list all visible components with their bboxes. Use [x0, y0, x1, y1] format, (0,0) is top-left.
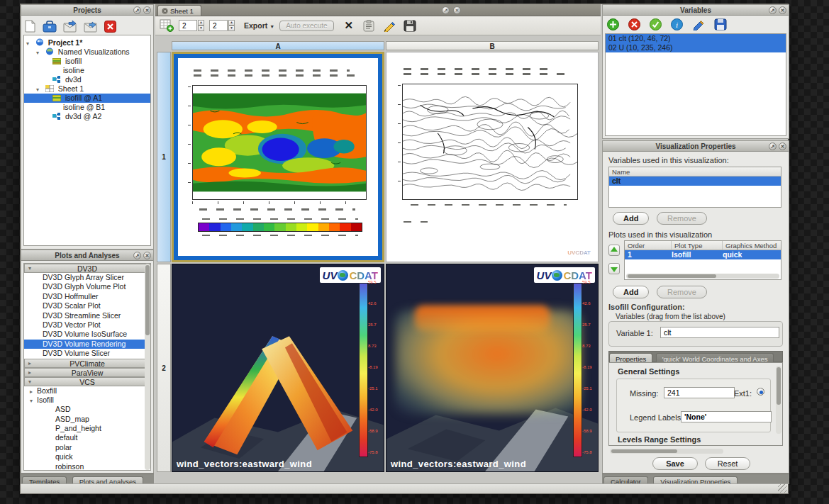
new-project-icon[interactable] — [24, 20, 36, 33]
graphics-method-item[interactable]: default — [24, 433, 150, 442]
legend-labels-input[interactable] — [681, 411, 772, 422]
graphics-method-item[interactable]: ASD — [24, 405, 150, 414]
visprops-float-button[interactable]: ↗ — [769, 142, 777, 150]
save-sheet-icon[interactable] — [404, 20, 416, 32]
plot-item-boxfill[interactable]: ▸Boxfill — [24, 386, 150, 396]
sheet-tab[interactable]: Sheet 1 — [157, 5, 201, 16]
plots-used-row[interactable]: 1 Isofill quick — [625, 250, 781, 259]
close-project-icon[interactable] — [104, 21, 116, 33]
plots-table-hscrollbar[interactable] — [626, 274, 779, 279]
cell-a2[interactable]: UV CDAT 59.5 42.6 25.7 8.73 -8.19 -25.1 … — [172, 264, 384, 472]
info-variable-icon[interactable]: i — [671, 18, 683, 30]
column-header-a[interactable]: A — [172, 41, 384, 50]
plots-list-scrollbar[interactable] — [145, 264, 150, 470]
save-button[interactable]: Save — [652, 457, 698, 470]
plot-item[interactable]: DV3D Glyph Array Slicer — [24, 273, 150, 282]
tree-item-isoline[interactable]: isoline — [24, 66, 150, 75]
plot-item[interactable]: DV3D Volume Slicer — [24, 349, 150, 358]
delete-variable-icon[interactable] — [628, 18, 640, 30]
cell-a1-selected[interactable] — [172, 52, 384, 262]
row-header-1[interactable]: 1 — [157, 52, 171, 262]
delete-cell-icon[interactable]: ✕ — [345, 19, 354, 32]
plot-item[interactable]: DV3D Volume IsoSurface — [24, 330, 150, 339]
variables-close-button[interactable]: ✕ — [779, 6, 786, 14]
plot-item-selected[interactable]: DV3D Volume Rendering — [24, 340, 150, 349]
graphics-method-item[interactable]: polar — [24, 443, 150, 452]
sheet-area-float-button[interactable]: ↗ — [442, 6, 450, 14]
move-plot-down-button[interactable] — [608, 263, 620, 274]
cols-spin-up[interactable]: ▲ — [228, 20, 235, 26]
tree-item-dv3d-a2[interactable]: dv3d @ A2 — [24, 112, 150, 121]
export-menu-button[interactable]: Export ▼ — [244, 21, 274, 30]
save-variable-icon[interactable] — [714, 18, 727, 30]
category-pvclimate[interactable]: ▸PVClimate — [24, 359, 150, 368]
cell-b2[interactable]: UV CDAT 59.5 42.6 25.7 8.73 -8.19 -25.1 … — [386, 264, 599, 472]
plot-item[interactable]: DV3D Streamline Slicer — [24, 311, 150, 320]
graphics-method-item[interactable]: robinson — [24, 462, 150, 471]
add-plot-button[interactable]: Add — [613, 286, 649, 298]
ext1-radio[interactable] — [757, 388, 764, 396]
cell-b1[interactable]: UVCDAT — [386, 52, 599, 262]
tree-item-sheet1[interactable]: ▾ Sheet 1 — [24, 84, 150, 94]
sheet-area-close-button[interactable]: ✕ — [453, 6, 461, 14]
reset-button[interactable]: Reset — [705, 457, 750, 470]
graphics-method-item[interactable]: ASD_map — [24, 415, 150, 424]
rows-spin-input[interactable] — [179, 20, 197, 31]
cols-spin-down[interactable]: ▼ — [228, 26, 235, 31]
open-project-icon[interactable] — [43, 20, 57, 33]
projects-float-button[interactable]: ↗ — [133, 6, 141, 14]
plots-close-button[interactable]: ✕ — [143, 252, 151, 259]
variables-float-button[interactable]: ↗ — [769, 6, 777, 14]
cols-spin-input[interactable] — [209, 20, 228, 31]
tree-item-isofill[interactable]: isofill — [24, 57, 150, 66]
sheet-tab-close-icon[interactable] — [162, 8, 168, 14]
plot-item[interactable]: DV3D Scalar Plot — [24, 301, 150, 310]
add-variable-button[interactable]: Add — [613, 212, 649, 225]
properties-vscrollbar[interactable] — [776, 366, 781, 434]
category-vcs[interactable]: ▾VCS — [24, 377, 150, 386]
remove-plot-button[interactable]: Remove — [657, 286, 707, 298]
plot-item[interactable]: DV3D Glyph Volume Plot — [24, 282, 150, 291]
tree-item-named-visualizations[interactable]: ▾ Named Visualizations — [24, 47, 150, 57]
variable-item-clt[interactable]: 01 clt (120, 46, 72) — [606, 34, 786, 43]
plot-item[interactable]: DV3D Hoffmuller — [24, 292, 150, 301]
edit-variable-icon[interactable] — [692, 18, 705, 30]
category-dv3d[interactable]: ▾DV3D — [24, 264, 150, 273]
properties-hscrollbar[interactable] — [610, 449, 723, 454]
rows-spin-down[interactable]: ▼ — [198, 26, 204, 31]
new-sheet-icon[interactable] — [160, 19, 174, 32]
window-resize-grip[interactable] — [778, 483, 787, 493]
vars-used-row-clt[interactable]: clt — [609, 177, 781, 186]
plot-item[interactable]: DV3D Vector Plot — [24, 320, 150, 330]
move-plot-up-button[interactable] — [608, 245, 620, 256]
plot-item-isofill[interactable]: ▾Isofill — [24, 396, 150, 405]
tree-item-dv3d[interactable]: dv3d — [24, 75, 150, 84]
add-variable-icon[interactable] — [607, 18, 619, 30]
rows-spin-up[interactable]: ▲ — [198, 20, 204, 26]
plots-float-button[interactable]: ↗ — [133, 252, 141, 259]
variable1-input[interactable] — [660, 327, 779, 338]
graphics-method-item[interactable]: quick — [24, 452, 150, 461]
plot-item-label: Boxfill — [37, 386, 57, 395]
isoline-world-map — [402, 84, 578, 200]
graphics-method-item[interactable]: P_and_height — [24, 424, 150, 433]
remove-variable-button[interactable]: Remove — [657, 212, 707, 225]
disclosure-triangle[interactable]: ▸ — [30, 387, 37, 396]
edit-pencil-icon[interactable] — [383, 20, 396, 32]
import-project-icon[interactable] — [63, 20, 77, 33]
category-paraview[interactable]: ▸ParaView — [24, 368, 150, 377]
visprops-close-button[interactable]: ✕ — [779, 142, 786, 150]
tree-item-project1[interactable]: ▾ Project 1* — [24, 38, 150, 47]
select-variable-icon[interactable] — [650, 18, 662, 30]
variable-item-u[interactable]: 02 U (10, 235, 246) — [606, 43, 786, 52]
export-project-icon[interactable] — [84, 20, 98, 33]
tree-item-isoline-b1[interactable]: isoline @ B1 — [24, 103, 150, 112]
missing-input[interactable] — [664, 387, 735, 398]
tree-item-isofill-a1[interactable]: isofill @ A1 — [24, 94, 150, 103]
column-header-b[interactable]: B — [386, 41, 599, 50]
projects-close-button[interactable]: ✕ — [143, 6, 151, 14]
clipboard-icon[interactable] — [362, 20, 375, 32]
auto-execute-button[interactable]: Auto execute — [279, 21, 333, 31]
disclosure-triangle[interactable]: ▾ — [30, 396, 37, 405]
row-header-2[interactable]: 2 — [157, 264, 171, 472]
